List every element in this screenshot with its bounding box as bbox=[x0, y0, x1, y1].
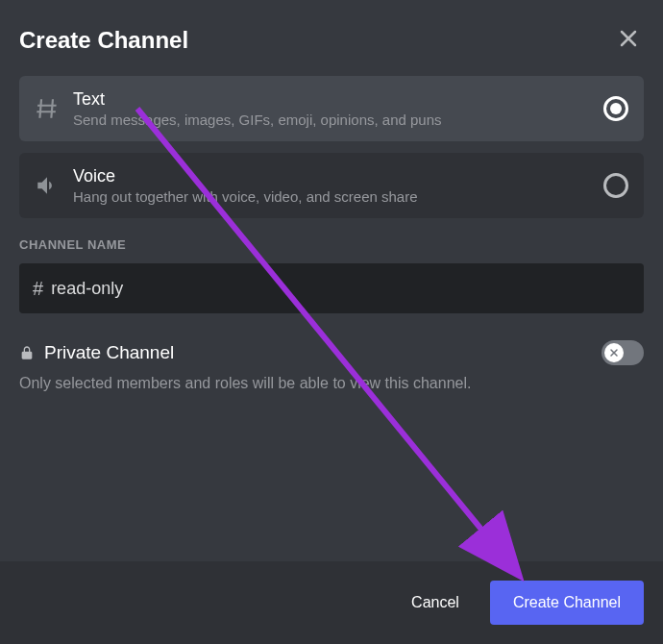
channel-type-voice-info: Voice Hang out together with voice, vide… bbox=[73, 166, 592, 205]
private-label-wrap: Private Channel bbox=[19, 342, 174, 363]
channel-type-text-title: Text bbox=[73, 89, 592, 110]
speaker-icon bbox=[35, 173, 60, 198]
modal-header: Create Channel bbox=[0, 0, 663, 64]
radio-text[interactable] bbox=[603, 96, 628, 121]
private-channel-header: Private Channel bbox=[19, 340, 644, 365]
channel-type-text-info: Text Send messages, images, GIFs, emoji,… bbox=[73, 89, 592, 128]
channel-type-text-desc: Send messages, images, GIFs, emoji, opin… bbox=[73, 111, 592, 128]
channel-type-voice[interactable]: Voice Hang out together with voice, vide… bbox=[19, 153, 644, 218]
modal-footer: Cancel Create Channel bbox=[0, 561, 663, 644]
radio-voice[interactable] bbox=[603, 173, 628, 198]
channel-name-label: CHANNEL NAME bbox=[19, 237, 644, 252]
channel-type-text[interactable]: Text Send messages, images, GIFs, emoji,… bbox=[19, 76, 644, 141]
private-channel-label: Private Channel bbox=[44, 342, 174, 363]
lock-icon bbox=[19, 345, 35, 360]
close-icon bbox=[617, 27, 640, 53]
radio-text-inner bbox=[610, 103, 622, 114]
channel-name-field-wrapper[interactable]: # bbox=[19, 263, 644, 313]
private-channel-desc: Only selected members and roles will be … bbox=[19, 375, 644, 392]
modal-body: Text Send messages, images, GIFs, emoji,… bbox=[0, 64, 663, 561]
cancel-button[interactable]: Cancel bbox=[400, 584, 471, 621]
channel-name-input[interactable] bbox=[51, 279, 630, 299]
channel-type-voice-desc: Hang out together with voice, video, and… bbox=[73, 188, 592, 205]
create-channel-modal: Create Channel Text Send messages, image… bbox=[0, 0, 663, 644]
private-channel-toggle[interactable] bbox=[602, 340, 644, 365]
modal-title: Create Channel bbox=[19, 27, 188, 54]
close-button[interactable] bbox=[613, 23, 644, 57]
create-channel-button[interactable]: Create Channel bbox=[490, 581, 644, 625]
private-channel-section: Private Channel Only selected members an… bbox=[19, 340, 644, 392]
channel-type-voice-title: Voice bbox=[73, 166, 592, 186]
hash-icon bbox=[35, 96, 60, 121]
toggle-handle bbox=[604, 343, 624, 362]
hash-prefix-icon: # bbox=[33, 278, 43, 300]
